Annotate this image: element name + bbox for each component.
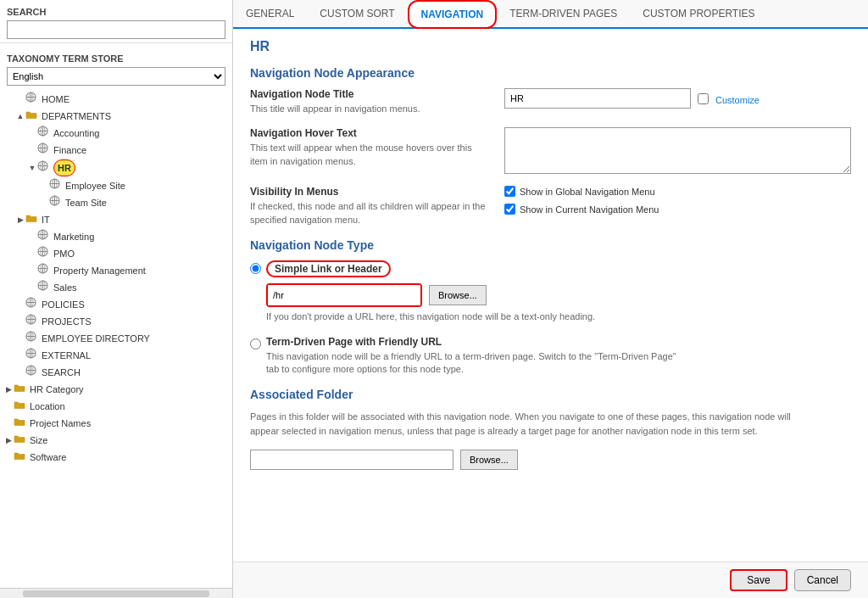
tree-toggle-hr-category[interactable]: ▶: [3, 382, 14, 397]
tree-label-home: HOME: [42, 92, 70, 107]
tree-item-external[interactable]: EXTERNAL: [0, 347, 232, 364]
tree-icon-it: [25, 212, 39, 227]
nav-node-title-desc: This title will appear in navigation men…: [250, 103, 487, 115]
search-section: SEARCH: [0, 0, 232, 43]
nav-hover-text-input[interactable]: [504, 127, 851, 174]
folder-url-input[interactable]: [250, 450, 453, 470]
search-label: SEARCH: [7, 7, 225, 17]
tree-label-hr: HR: [53, 159, 75, 176]
tree-toggle-it[interactable]: ▶: [15, 212, 25, 227]
radio-term-row: Term-Driven Page with Friendly URL This …: [250, 336, 851, 377]
tab-general[interactable]: GENERAL: [233, 0, 307, 29]
radio-simple-content: Simple Link or Header Browse... If you d…: [266, 260, 595, 323]
tree-container: HOME▲DEPARTMENTSAccountingFinance▼HREmpl…: [0, 89, 232, 588]
tree-label-it: IT: [42, 212, 50, 227]
tree-toggle-size[interactable]: ▶: [3, 433, 14, 448]
tree-icon-employee-directory: [25, 331, 39, 346]
tree-toggle-hr[interactable]: ▼: [27, 160, 37, 176]
visibility-row: Visibility In Menus If checked, this nod…: [250, 186, 851, 226]
tree-label-employee-site: Employee Site: [65, 178, 125, 193]
tree-item-employee-directory[interactable]: EMPLOYEE DIRECTORY: [0, 330, 232, 347]
associated-folder-desc: Pages in this folder will be associated …: [250, 410, 793, 438]
tree-icon-project-names: [14, 416, 27, 431]
show-global-checkbox[interactable]: [504, 186, 515, 197]
radio-simple-input[interactable]: [250, 263, 261, 274]
radio-term-content: Term-Driven Page with Friendly URL This …: [266, 336, 690, 377]
section2-heading: Navigation Node Type: [250, 238, 851, 252]
nav-hover-text-row: Navigation Hover Text This text will app…: [250, 127, 851, 174]
footer-bar: Save Cancel: [233, 562, 868, 598]
tree-label-finance: Finance: [53, 143, 86, 158]
nav-node-title-label: Navigation Node Title: [250, 88, 487, 100]
section3-heading: Associated Folder: [250, 388, 851, 401]
tree-item-search[interactable]: SEARCH: [0, 364, 232, 381]
tree-label-team-site: Team Site: [65, 195, 107, 210]
nav-hover-text-desc: This text will appear when the mouse hov…: [250, 142, 487, 168]
customize-checkbox[interactable]: [698, 93, 709, 104]
tree-icon-sales: [37, 280, 51, 295]
tree-icon-search: [25, 365, 39, 380]
tree-item-sales[interactable]: Sales: [0, 279, 232, 296]
nav-node-title-row: Navigation Node Title This title will ap…: [250, 88, 851, 115]
show-current-checkbox[interactable]: [504, 204, 515, 215]
tree-item-employee-site[interactable]: Employee Site: [0, 177, 232, 194]
tree-icon-policies: [25, 297, 39, 312]
tree-item-hr-category[interactable]: ▶HR Category: [0, 381, 232, 398]
tree-item-home[interactable]: HOME: [0, 91, 232, 108]
tree-item-accounting[interactable]: Accounting: [0, 125, 232, 142]
tree-item-hr[interactable]: ▼HR: [0, 159, 232, 177]
tree-icon-pmo: [37, 246, 51, 261]
tree-item-property-management[interactable]: Property Management: [0, 262, 232, 279]
taxonomy-section: TAXONOMY TERM STORE English: [0, 43, 232, 89]
radio-term-input[interactable]: [250, 338, 261, 349]
simple-link-url-input[interactable]: [268, 285, 420, 305]
tree-icon-home: [25, 92, 39, 107]
tree-icon-size: [14, 433, 27, 448]
tree-icon-finance: [37, 143, 51, 158]
nav-node-title-input[interactable]: [504, 88, 691, 109]
tree-icon-property-management: [37, 263, 51, 278]
tree-item-policies[interactable]: POLICIES: [0, 296, 232, 313]
visibility-label: Visibility In Menus: [250, 186, 487, 198]
tree-item-project-names[interactable]: Project Names: [0, 415, 232, 432]
search-input[interactable]: [7, 20, 225, 39]
tree-item-departments[interactable]: ▲DEPARTMENTS: [0, 108, 232, 125]
tree-item-size[interactable]: ▶Size: [0, 432, 232, 449]
radio-simple-label-container: Simple Link or Header: [275, 263, 382, 275]
tree-label-software: Software: [30, 450, 66, 465]
tree-label-sales: Sales: [53, 280, 77, 295]
language-select[interactable]: English: [7, 67, 225, 86]
tab-custom-sort[interactable]: CUSTOM SORT: [307, 0, 407, 29]
tree-label-size: Size: [30, 433, 47, 448]
tab-navigation[interactable]: NAVIGATION: [408, 0, 498, 29]
h-scrollbar[interactable]: [23, 590, 209, 597]
customize-label[interactable]: Customize: [715, 95, 760, 105]
show-global-row: Show in Global Navigation Menu: [504, 186, 655, 197]
tree-item-team-site[interactable]: Team Site: [0, 194, 232, 211]
save-button[interactable]: Save: [730, 569, 787, 591]
tree-item-it[interactable]: ▶IT: [0, 211, 232, 228]
associated-folder-row: Pages in this folder will be associated …: [250, 410, 851, 470]
nav-hover-text-right: [504, 127, 851, 174]
tree-item-marketing[interactable]: Marketing: [0, 228, 232, 245]
tree-icon-location: [14, 399, 27, 414]
tree-icon-projects: [25, 314, 39, 329]
tab-term-driven-pages[interactable]: TERM-DRIVEN PAGES: [497, 0, 630, 29]
cancel-button[interactable]: Cancel: [794, 569, 851, 591]
tree-item-location[interactable]: Location: [0, 398, 232, 415]
radio-term-label: Term-Driven Page with Friendly URL: [266, 336, 690, 348]
show-global-label: Show in Global Navigation Menu: [520, 187, 655, 197]
nav-node-title-left: Navigation Node Title This title will ap…: [250, 88, 487, 115]
show-current-row: Show in Current Navigation Menu: [504, 204, 659, 215]
tree-item-finance[interactable]: Finance: [0, 142, 232, 159]
tab-custom-properties[interactable]: CUSTOM PROPERTIES: [630, 0, 767, 29]
tree-item-software[interactable]: Software: [0, 449, 232, 466]
folder-browse-btn[interactable]: Browse...: [460, 450, 518, 470]
nav-hover-text-left: Navigation Hover Text This text will app…: [250, 127, 487, 174]
simple-link-browse-btn[interactable]: Browse...: [429, 285, 487, 305]
nav-node-title-right: Customize: [504, 88, 851, 115]
tree-item-projects[interactable]: PROJECTS: [0, 313, 232, 330]
tree-item-pmo[interactable]: PMO: [0, 245, 232, 262]
tree-toggle-departments[interactable]: ▲: [15, 109, 25, 124]
visibility-right: Show in Global Navigation Menu Show in C…: [504, 186, 851, 226]
